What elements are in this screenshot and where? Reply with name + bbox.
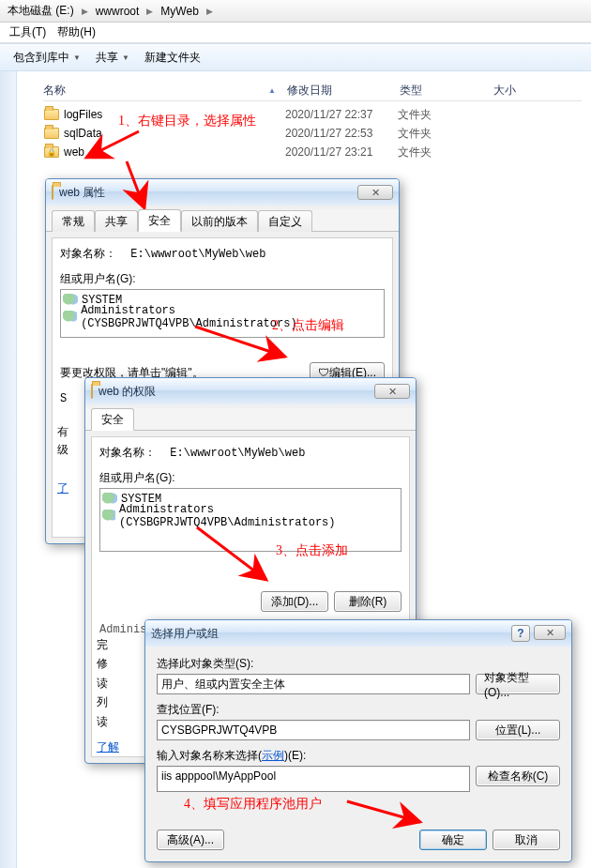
file-name: sqlData: [64, 127, 285, 140]
col-type[interactable]: 类型: [400, 83, 493, 99]
fragment: 列: [97, 693, 108, 711]
object-name-label: 对象名称：: [60, 246, 116, 262]
file-name: logFiles: [64, 108, 285, 121]
dialog-body: 选择此对象类型(S): 用户、组或内置安全主体 对象类型(O)... 查找位置(…: [145, 647, 571, 861]
user-group-icon: [102, 493, 117, 506]
menu-tools[interactable]: 工具(T): [4, 24, 52, 40]
tab-share[interactable]: 共享: [95, 210, 138, 232]
folder-icon: [91, 385, 93, 398]
chevron-down-icon: ▼: [73, 53, 81, 62]
cancel-button[interactable]: 取消: [492, 830, 560, 850]
nav-pane: [0, 71, 17, 868]
file-date: 2020/11/27 22:53: [285, 127, 398, 140]
fragment: 完: [97, 635, 108, 654]
menu-help[interactable]: 帮助(H): [52, 24, 101, 40]
group-users-label: 组或用户名(G):: [99, 470, 402, 486]
link-learn[interactable]: 了: [57, 480, 68, 496]
column-headers: 名称▲ 修改日期 类型 大小: [43, 81, 582, 101]
object-type-field: 用户、组或内置安全主体: [157, 674, 470, 694]
add-button[interactable]: 添加(D)...: [261, 591, 328, 612]
file-date: 2020/11/27 23:21: [285, 145, 398, 159]
dialog-title-text: 选择用户或组: [151, 626, 219, 642]
tab-security[interactable]: 安全: [138, 209, 181, 232]
tab-custom[interactable]: 自定义: [258, 210, 312, 232]
file-date: 2020/11/27 22:37: [285, 108, 398, 121]
file-name: web: [64, 145, 285, 159]
col-date[interactable]: 修改日期: [287, 83, 400, 99]
fragment: 读: [97, 674, 108, 693]
user-group-icon: [63, 294, 78, 307]
chevron-right-icon: ▶: [203, 7, 217, 16]
folder-icon: 🔒: [43, 144, 60, 160]
dialog-select-user: 选择用户或组 ? ✕ 选择此对象类型(S): 用户、组或内置安全主体 对象类型(…: [144, 619, 572, 862]
tool-include[interactable]: 包含到库中▼: [6, 48, 88, 68]
file-row[interactable]: sqlData 2020/11/27 22:53 文件夹: [43, 124, 582, 143]
user-row[interactable]: Administrators (CYSBGPRJWTQ4VPB\Administ…: [63, 309, 382, 326]
location-button[interactable]: 位置(L)...: [476, 720, 560, 740]
chevron-right-icon: ▶: [78, 7, 92, 16]
user-list[interactable]: SYSTEM Administrators (CYSBGPRJWTQ4VPB\A…: [99, 488, 402, 552]
check-names-button[interactable]: 检查名称(C): [476, 766, 560, 786]
fragment: 读: [97, 712, 108, 731]
file-type: 文件夹: [398, 126, 492, 142]
enter-name-label: 输入对象名称来选择(示例)(E):: [157, 748, 560, 764]
location-label: 查找位置(F):: [157, 702, 560, 718]
ok-button[interactable]: 确定: [419, 830, 487, 850]
folder-icon: [52, 186, 53, 199]
file-row[interactable]: 🔒 web 2020/11/27 23:21 文件夹: [43, 143, 582, 161]
object-type-button[interactable]: 对象类型(O)...: [476, 674, 560, 694]
breadcrumb-seg2[interactable]: MyWeb: [157, 5, 202, 18]
object-name-label: 对象名称：: [99, 445, 156, 461]
breadcrumb-seg1[interactable]: wwwroot: [92, 5, 144, 18]
fragment: 修: [97, 654, 108, 673]
object-name-value: E:\wwwroot\MyWeb\web: [130, 248, 265, 261]
user-group-icon: [63, 311, 77, 324]
dialog-title-text: web 属性: [59, 185, 105, 201]
close-button[interactable]: ✕: [534, 625, 566, 640]
dialog-titlebar[interactable]: web 的权限 ✕: [85, 378, 416, 404]
tab-previous[interactable]: 以前的版本: [181, 210, 258, 232]
location-field: CYSBGPRJWTQ4VPB: [157, 720, 470, 740]
example-link[interactable]: 示例: [262, 749, 284, 762]
chevron-down-icon: ▼: [122, 53, 129, 62]
tab-strip: 常规 共享 安全 以前的版本 自定义: [46, 209, 399, 232]
advanced-button[interactable]: 高级(A)...: [157, 830, 224, 850]
tab-general[interactable]: 常规: [52, 210, 95, 232]
file-type: 文件夹: [398, 107, 492, 123]
file-type: 文件夹: [398, 145, 492, 160]
folder-icon: [43, 106, 60, 123]
help-button[interactable]: ?: [511, 625, 530, 642]
remove-button[interactable]: 删除(R): [334, 591, 402, 612]
file-row[interactable]: logFiles 2020/11/27 22:37 文件夹: [43, 105, 582, 124]
lock-icon: 🔒: [47, 148, 56, 157]
chevron-right-icon: ▶: [143, 7, 157, 16]
sort-asc-icon: ▲: [268, 86, 276, 95]
tool-share[interactable]: 共享▼: [88, 48, 137, 68]
object-name-value: E:\wwwroot\MyWeb\web: [170, 447, 305, 460]
dialog-titlebar[interactable]: 选择用户或组 ? ✕: [145, 620, 571, 647]
col-name[interactable]: 名称▲: [43, 83, 287, 99]
col-size[interactable]: 大小: [493, 83, 550, 99]
fragment: 级: [57, 441, 68, 459]
user-group-icon: [102, 510, 115, 523]
address-bar[interactable]: 本地磁盘 (E:) ▶ wwwroot ▶ MyWeb ▶: [0, 0, 591, 23]
close-button[interactable]: ✕: [357, 185, 393, 200]
menu-bar: 工具(T) 帮助(H): [0, 23, 591, 43]
tab-strip: 安全: [85, 408, 416, 431]
dialog-titlebar[interactable]: web 属性 ✕: [46, 179, 399, 206]
close-button[interactable]: ✕: [374, 384, 410, 399]
group-users-label: 组或用户名(G):: [60, 271, 385, 287]
dialog-title-text: web 的权限: [98, 384, 156, 400]
fragment: 有: [57, 423, 68, 441]
tool-new-folder[interactable]: 新建文件夹: [137, 48, 208, 68]
link-learn[interactable]: 了解: [97, 739, 119, 755]
object-name-input[interactable]: iis apppool\MyAppPool: [157, 766, 470, 792]
user-list[interactable]: SYSTEM Administrators (CYSBGPRJWTQ4VPB\A…: [60, 289, 385, 338]
user-row[interactable]: Administrators (CYSBGPRJWTQ4VPB\Administ…: [102, 508, 399, 525]
breadcrumb-drive[interactable]: 本地磁盘 (E:): [4, 3, 78, 19]
explorer-toolbar: 包含到库中▼ 共享▼ 新建文件夹: [0, 43, 591, 71]
tab-security[interactable]: 安全: [91, 408, 134, 431]
folder-icon: [43, 125, 60, 142]
file-list: logFiles 2020/11/27 22:37 文件夹 sqlData 20…: [43, 105, 582, 161]
